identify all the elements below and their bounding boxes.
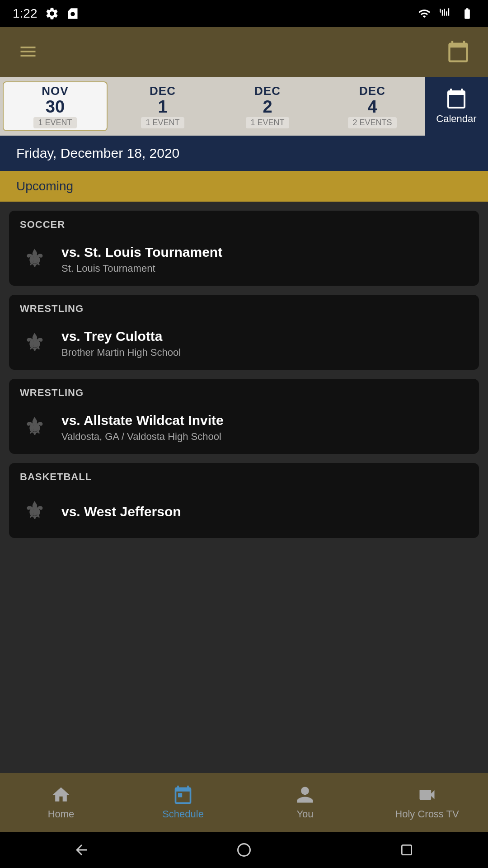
tab-day: 1 (158, 98, 167, 115)
tab-event-count: 2 EVENTS (348, 117, 396, 128)
home-circle-button[interactable] (230, 836, 258, 863)
tab-month: DEC (359, 84, 385, 98)
sport-label-soccer: SOCCER (9, 211, 479, 235)
status-bar: 1:22 (0, 0, 488, 27)
settings-icon (45, 6, 59, 21)
video-icon (417, 785, 437, 805)
list-item[interactable]: ⚜ vs. West Jefferson (9, 487, 479, 538)
square-icon (399, 843, 414, 857)
recents-button[interactable] (393, 836, 420, 863)
event-subtitle: St. Louis Tournament (61, 263, 222, 274)
back-button[interactable] (68, 836, 95, 863)
calendar-tab-button[interactable]: Calendar (425, 77, 488, 136)
nav-home[interactable]: Home (0, 785, 122, 820)
event-group-soccer[interactable]: SOCCER ⚜ vs. St. Louis Tournament St. Lo… (9, 211, 479, 286)
tab-month: NOV (42, 84, 68, 98)
calendar-tab-label: Calendar (436, 113, 476, 125)
date-tab-dec1[interactable]: DEC 1 1 EVENT (110, 77, 215, 136)
upcoming-section: Upcoming (0, 171, 488, 202)
status-time: 1:22 (13, 6, 38, 21)
events-list: SOCCER ⚜ vs. St. Louis Tournament St. Lo… (0, 202, 488, 773)
tab-month: DEC (150, 84, 176, 98)
event-title: vs. Allstate Wildcat Invite (61, 413, 224, 428)
nav-home-label: Home (48, 808, 75, 820)
svg-text:⚜: ⚜ (24, 330, 45, 356)
nav-you-label: You (296, 808, 313, 820)
event-info: vs. Trey Culotta Brother Martin High Sch… (61, 329, 181, 359)
sport-label-basketball: BASKETBALL (9, 463, 479, 487)
event-group-basketball[interactable]: BASKETBALL ⚜ vs. West Jefferson (9, 463, 479, 538)
menu-button[interactable] (18, 42, 38, 63)
schedule-icon (173, 785, 193, 805)
date-tab-dec4[interactable]: DEC 4 2 EVENTS (320, 77, 425, 136)
circle-icon (236, 842, 252, 858)
signal-icon (439, 7, 452, 20)
date-tab-dec2[interactable]: DEC 2 1 EVENT (215, 77, 320, 136)
tab-event-count: 1 EVENT (141, 117, 184, 128)
wifi-icon (417, 7, 432, 20)
event-title: vs. West Jefferson (61, 504, 181, 519)
event-group-wrestling1[interactable]: WRESTLING ⚜ vs. Trey Culotta Brother Mar… (9, 295, 479, 370)
selected-date: Friday, December 18, 2020 (16, 146, 179, 160)
svg-point-4 (238, 844, 250, 856)
event-title: vs. Trey Culotta (61, 329, 181, 344)
svg-rect-5 (402, 845, 411, 854)
upcoming-label: Upcoming (16, 179, 73, 193)
calendar-header-button[interactable] (446, 40, 470, 65)
nav-holycrosstv[interactable]: Holy Cross TV (366, 785, 488, 820)
sport-label-wrestling1: WRESTLING (9, 295, 479, 319)
home-icon (51, 785, 71, 805)
svg-text:⚜: ⚜ (24, 246, 45, 272)
event-info: vs. Allstate Wildcat Invite Valdosta, GA… (61, 413, 224, 443)
event-title: vs. St. Louis Tournament (61, 245, 222, 260)
team-logo: ⚜ (20, 411, 52, 444)
event-info: vs. St. Louis Tournament St. Louis Tourn… (61, 245, 222, 274)
event-info: vs. West Jefferson (61, 504, 181, 519)
list-item[interactable]: ⚜ vs. St. Louis Tournament St. Louis Tou… (9, 235, 479, 286)
android-nav-bar (0, 832, 488, 868)
person-icon (295, 785, 315, 805)
status-right (417, 7, 475, 20)
date-tabs: NOV 30 1 EVENT DEC 1 1 EVENT DEC 2 1 EVE… (0, 77, 488, 136)
date-tab-nov30[interactable]: NOV 30 1 EVENT (3, 81, 108, 131)
svg-text:⚜: ⚜ (24, 498, 45, 524)
list-item[interactable]: ⚜ vs. Trey Culotta Brother Martin High S… (9, 319, 479, 370)
event-subtitle: Valdosta, GA / Valdosta High School (61, 431, 224, 443)
nav-you[interactable]: You (244, 785, 366, 820)
tab-day: 30 (46, 98, 65, 115)
event-group-wrestling2[interactable]: WRESTLING ⚜ vs. Allstate Wildcat Invite … (9, 379, 479, 454)
tab-day: 4 (367, 98, 377, 115)
team-logo: ⚜ (20, 327, 52, 360)
tab-event-count: 1 EVENT (33, 117, 76, 128)
date-header: Friday, December 18, 2020 (0, 136, 488, 171)
nav-holycrosstv-label: Holy Cross TV (395, 808, 459, 820)
team-logo: ⚜ (20, 495, 52, 528)
tab-event-count: 1 EVENT (246, 117, 289, 128)
status-left: 1:22 (13, 6, 79, 21)
tab-day: 2 (263, 98, 272, 115)
tab-month: DEC (254, 84, 281, 98)
team-logo: ⚜ (20, 243, 52, 276)
battery-icon (459, 7, 475, 20)
sim-icon (66, 6, 79, 21)
bottom-nav: Home Schedule You Holy Cross TV (0, 773, 488, 832)
back-arrow-icon (73, 842, 89, 858)
nav-schedule[interactable]: Schedule (122, 785, 244, 820)
nav-schedule-label: Schedule (162, 808, 204, 820)
event-subtitle: Brother Martin High School (61, 347, 181, 359)
svg-text:⚜: ⚜ (24, 414, 45, 440)
list-item[interactable]: ⚜ vs. Allstate Wildcat Invite Valdosta, … (9, 403, 479, 454)
app-bar (0, 27, 488, 77)
sport-label-wrestling2: WRESTLING (9, 379, 479, 403)
